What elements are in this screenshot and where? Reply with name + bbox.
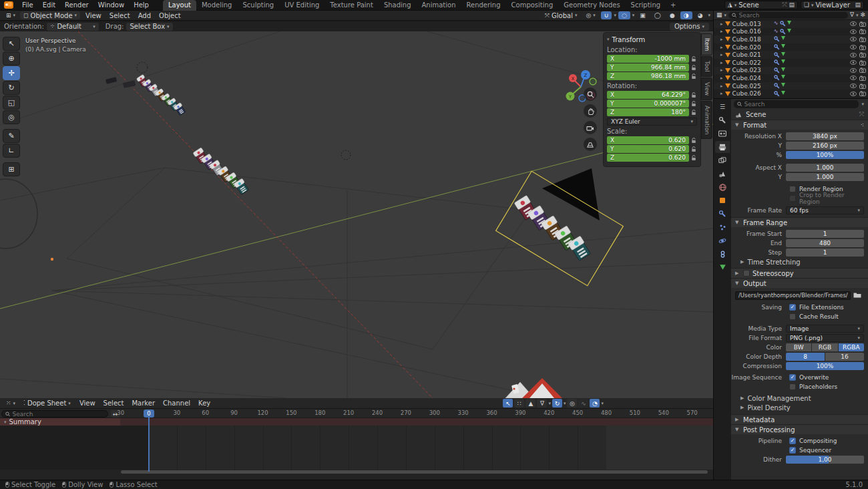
menu-edit[interactable]: Edit	[38, 1, 60, 9]
menu-file[interactable]: File	[17, 1, 38, 9]
gear-icon[interactable]: ✻	[860, 12, 865, 18]
hide-eye-icon[interactable]	[850, 21, 857, 26]
shading-material-button[interactable]: ◑	[680, 11, 692, 19]
workspace-tab-rendering[interactable]: Rendering	[461, 0, 505, 11]
render-region-checkbox[interactable]	[789, 186, 796, 192]
sequencer-checkbox[interactable]: ✓	[789, 447, 796, 454]
lock-icon[interactable]	[691, 110, 697, 116]
hide-eye-icon[interactable]	[850, 68, 857, 73]
workspace-tab-modeling[interactable]: Modeling	[196, 0, 238, 11]
format-y1-field[interactable]: 2160 px	[786, 142, 864, 150]
snap-toggle[interactable]: ∪	[601, 11, 612, 19]
workspace-tab-uv-editing[interactable]: UV Editing	[279, 0, 324, 11]
dope-funnel-button[interactable]: ∇	[537, 399, 547, 408]
hide-eye-icon[interactable]	[850, 92, 857, 96]
scale-z-slider[interactable]: Z0.620	[607, 154, 689, 162]
outliner-item-cube.025[interactable]: ▸ Cube.025	[714, 82, 868, 90]
properties-tab-modifiers[interactable]	[715, 208, 730, 220]
new-scene-icon[interactable]: ▤	[789, 2, 795, 8]
hide-eye-icon[interactable]	[850, 84, 857, 88]
tool-rotate[interactable]: ↻	[3, 81, 20, 95]
sidebar-tab-item[interactable]: Item	[701, 33, 712, 55]
lock-icon[interactable]	[691, 101, 697, 107]
pin-icon[interactable]: ⤱	[782, 2, 787, 8]
dope-snap-button[interactable]: ↻	[552, 399, 562, 408]
viewport-menu-add[interactable]: Add	[134, 11, 155, 20]
editor-type-button[interactable]: ⁙ ▾	[3, 399, 19, 408]
compression-field[interactable]: 100%	[786, 362, 864, 370]
playhead-handle[interactable]: 0	[144, 410, 154, 418]
workspace-tab-scripting[interactable]: Scripting	[626, 0, 666, 11]
horizontal-scrollbar[interactable]	[0, 470, 713, 475]
menu-help[interactable]: Help	[129, 1, 154, 9]
expand-icon[interactable]: ▸	[720, 67, 723, 73]
collapse-icon[interactable]: ▾	[4, 420, 7, 425]
lock-icon[interactable]	[691, 92, 697, 98]
dope-warning-button[interactable]: ▲	[525, 399, 535, 408]
menu-render[interactable]: Render	[60, 1, 93, 9]
location-y-slider[interactable]: Y966.84 mm	[607, 63, 689, 71]
expand-icon[interactable]: ▸	[720, 37, 723, 42]
section-output[interactable]: ▼Output	[731, 278, 868, 288]
cache-result-checkbox[interactable]	[789, 313, 796, 320]
xray-toggle[interactable]: ▣	[636, 11, 649, 19]
lock-icon[interactable]	[691, 73, 697, 79]
subsection-color-management[interactable]: ▶Color Management	[731, 393, 868, 403]
dope-dots-button[interactable]: ∷	[514, 399, 524, 408]
blender-logo-icon[interactable]	[4, 1, 13, 9]
format-y4-field[interactable]: 1.000	[786, 173, 864, 181]
dither-slider[interactable]: 1,00	[786, 456, 864, 464]
disable-render-icon[interactable]	[859, 29, 866, 34]
lock-icon[interactable]	[691, 65, 697, 71]
media-type-dropdown[interactable]: Image▾	[786, 325, 864, 333]
properties-tab-tool[interactable]	[715, 114, 730, 126]
menu-window[interactable]: Window	[93, 1, 129, 9]
nav-perspective-toggle-button[interactable]	[584, 138, 597, 151]
shading-wireframe-button[interactable]: ◯	[651, 11, 664, 19]
pivot-dropdown[interactable]: ◎ ▾	[582, 11, 598, 19]
scale-y-slider[interactable]: Y0.620	[607, 145, 689, 153]
disable-render-icon[interactable]	[859, 75, 866, 81]
frame-frame-start-field[interactable]: 1	[786, 230, 864, 238]
outliner-item-cube.013[interactable]: ▸ Cube.013 ∿	[714, 20, 868, 28]
dope-overlay-button[interactable]: ◔	[590, 399, 600, 408]
timeline-ruler[interactable]: -300306090120150180210240270300330360390…	[120, 409, 713, 418]
shading-solid-button[interactable]: ●	[666, 11, 678, 19]
dope-mode-dropdown[interactable]: ⁚ Dope Sheet ▾	[20, 399, 74, 408]
expand-icon[interactable]: ▸	[720, 91, 723, 96]
outliner-item-cube.018[interactable]: ▸ Cube.018	[714, 35, 868, 43]
color-mode-rgba[interactable]: RGBA	[839, 343, 864, 351]
add-workspace-button[interactable]: +	[666, 0, 680, 11]
dope-target-button[interactable]: ◎	[567, 399, 577, 408]
tool-annotate[interactable]: ✎	[3, 129, 20, 143]
dope-menu-select[interactable]: Select	[99, 399, 128, 408]
location-z-slider[interactable]: Z986.18 mm	[607, 72, 689, 80]
section-post-processing[interactable]: ▼Post Processing	[731, 424, 868, 434]
disable-render-icon[interactable]	[859, 84, 866, 89]
frame-step-field[interactable]: 1	[786, 249, 864, 257]
properties-tab-world[interactable]	[715, 181, 730, 193]
subsection-time-stretching[interactable]: ▶Time Stretching	[731, 257, 868, 267]
properties-tab-render[interactable]	[715, 128, 730, 140]
outliner-item-cube.021[interactable]: ▸ Cube.021	[714, 51, 868, 59]
nav-pan-button[interactable]	[584, 104, 597, 118]
expand-icon[interactable]: ▸	[720, 29, 723, 34]
outliner-item-cube.023[interactable]: ▸ Cube.023	[714, 67, 868, 75]
workspace-tab-compositing[interactable]: Compositing	[506, 0, 559, 11]
color-depth-8[interactable]: 8	[786, 353, 825, 361]
expand-icon[interactable]: ▸	[720, 52, 723, 57]
overwrite-checkbox[interactable]: ✓	[789, 374, 796, 381]
disable-render-icon[interactable]	[859, 91, 866, 96]
viewport-menu-object[interactable]: Object	[155, 11, 185, 20]
pin-icon[interactable]: ⤱	[859, 112, 864, 118]
tool-measure[interactable]: ∟	[3, 144, 20, 158]
tool-move[interactable]: ✢	[3, 66, 20, 80]
dope-menu-key[interactable]: Key	[194, 399, 214, 408]
properties-tab-physics[interactable]	[715, 234, 730, 247]
disable-render-icon[interactable]	[859, 60, 866, 65]
shading-rendered-button[interactable]: ◕	[694, 11, 706, 19]
expand-icon[interactable]: ▸	[720, 21, 723, 27]
summary-channel-row[interactable]: ▾ Summary	[0, 418, 713, 426]
tool-add-cube[interactable]: ⊞	[3, 162, 20, 176]
folder-icon[interactable]	[853, 292, 861, 299]
